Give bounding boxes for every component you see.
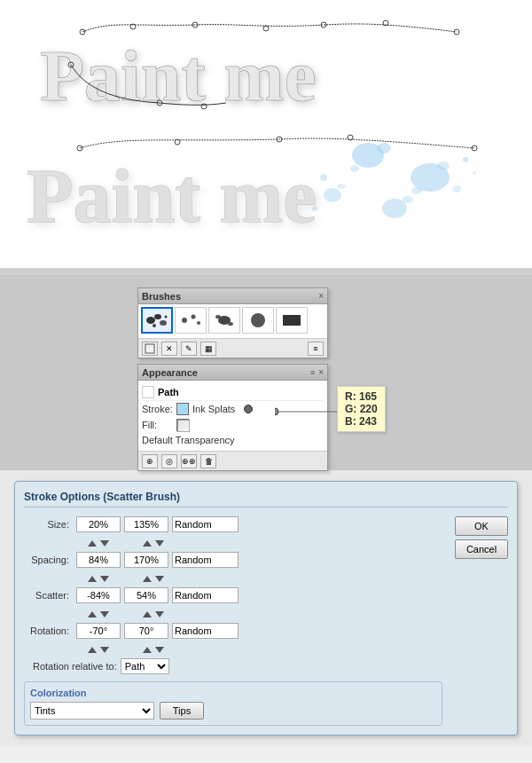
svg-point-39 bbox=[197, 321, 200, 325]
ok-button[interactable]: OK bbox=[455, 516, 508, 536]
rotation-relative-row: Rotation relative to: Path Page bbox=[24, 658, 442, 674]
brush-item-4[interactable] bbox=[242, 307, 274, 334]
size-min-down-arrow[interactable] bbox=[100, 540, 109, 547]
spacing-max-up-arrow[interactable] bbox=[143, 576, 152, 582]
stroke-options-section: Stroke Options (Scatter Brush) Size: Ran… bbox=[0, 470, 532, 746]
scatter-min-up-arrow[interactable] bbox=[88, 611, 97, 617]
spacing-method-select[interactable]: Random Fixed Pressure bbox=[172, 552, 239, 568]
svg-point-4 bbox=[263, 26, 269, 31]
rotation-max-down-arrow[interactable] bbox=[155, 647, 164, 653]
tints-select[interactable]: Tints Tints and Shades Hue Shift None bbox=[30, 702, 154, 720]
rotation-relative-select[interactable]: Path Page bbox=[121, 658, 169, 674]
page-icon bbox=[145, 343, 155, 354]
stroke-slider-handle[interactable] bbox=[244, 405, 253, 413]
colorization-section: Colorization Tints Tints and Shades Hue … bbox=[24, 681, 442, 726]
svg-point-49 bbox=[275, 408, 278, 415]
svg-rect-44 bbox=[283, 315, 301, 326]
ink-splats-svg: Paint me bbox=[22, 129, 519, 262]
size-max-up-arrow[interactable] bbox=[143, 540, 152, 547]
svg-point-12 bbox=[377, 143, 391, 153]
appearance-title: Appearance bbox=[142, 367, 198, 378]
colorization-row: Tints Tints and Shades Hue Shift None Ti… bbox=[30, 702, 436, 720]
brushes-content bbox=[138, 304, 327, 338]
brush-square-icon bbox=[278, 310, 305, 331]
dialog-left-col: Size: Random Fixed Pressure bbox=[24, 516, 442, 726]
appearance-clear-button[interactable]: ◎ bbox=[161, 454, 177, 468]
svg-point-16 bbox=[411, 187, 422, 194]
svg-point-21 bbox=[337, 184, 346, 189]
spacing-min-up-arrow[interactable] bbox=[88, 576, 97, 582]
ok-cancel-col: OK Cancel bbox=[455, 516, 508, 726]
spacing-max-down-arrow[interactable] bbox=[155, 576, 164, 582]
brushes-panel: Brushes × bbox=[137, 287, 328, 358]
brush-item-3[interactable] bbox=[208, 307, 240, 334]
brush-item-1[interactable] bbox=[141, 307, 173, 334]
spacing-min-down-arrow[interactable] bbox=[100, 576, 109, 582]
brush-item-2[interactable] bbox=[175, 307, 207, 334]
path-row: Path bbox=[142, 384, 324, 401]
scatter-arrows-row bbox=[24, 609, 442, 619]
stroke-color-swatch[interactable] bbox=[176, 403, 189, 415]
brush-item-5[interactable] bbox=[276, 307, 308, 334]
color-tooltip: R: 165 G: 220 B: 243 bbox=[337, 386, 386, 432]
rotation-arrows-row bbox=[24, 644, 442, 655]
appearance-close-icon[interactable]: × bbox=[318, 367, 324, 377]
brush-splat-icon bbox=[144, 310, 170, 331]
appearance-duplicate-button[interactable]: ⊕⊕ bbox=[181, 454, 197, 468]
fill-color-swatch[interactable] bbox=[176, 419, 189, 431]
rotation-method-select[interactable]: Random Fixed Pressure bbox=[172, 623, 239, 639]
brushes-close-icon[interactable]: × bbox=[318, 291, 324, 301]
size-min-input[interactable] bbox=[76, 516, 121, 532]
scatter-min-down-arrow[interactable] bbox=[100, 611, 109, 617]
brush-options-button[interactable]: ✎ bbox=[181, 342, 197, 356]
size-max-down-arrow[interactable] bbox=[155, 540, 164, 547]
svg-point-43 bbox=[251, 313, 265, 327]
svg-point-23 bbox=[473, 171, 476, 175]
size-max-input[interactable] bbox=[124, 516, 168, 532]
appearance-titlebar: Appearance ≡ × bbox=[138, 365, 327, 381]
transparency-row: Default Transparency bbox=[142, 433, 324, 447]
spacing-max-input[interactable] bbox=[124, 552, 168, 568]
rotation-min-up-arrow[interactable] bbox=[88, 647, 97, 653]
scatter-max-input[interactable] bbox=[124, 587, 168, 603]
svg-point-41 bbox=[215, 315, 221, 319]
delete-brush-button[interactable]: ✕ bbox=[161, 342, 177, 356]
brush-library-button[interactable]: ▦ bbox=[200, 342, 216, 356]
tips-button[interactable]: Tips bbox=[160, 702, 204, 720]
svg-point-17 bbox=[452, 185, 461, 193]
scatter-max-down-arrow[interactable] bbox=[155, 611, 164, 617]
appearance-add-button[interactable]: ⊕ bbox=[142, 454, 158, 468]
appearance-trash-button[interactable]: 🗑 bbox=[200, 454, 216, 468]
rotation-min-input[interactable] bbox=[76, 623, 121, 639]
brush-dots-icon bbox=[177, 310, 204, 331]
new-brush-button[interactable] bbox=[142, 342, 158, 356]
dialog-main: Size: Random Fixed Pressure bbox=[24, 516, 508, 726]
size-method-select[interactable]: Random Fixed Pressure bbox=[172, 516, 239, 532]
fill-label: Fill: bbox=[142, 420, 173, 430]
rotation-min-down-arrow[interactable] bbox=[100, 647, 109, 653]
scatter-min-input[interactable] bbox=[76, 587, 121, 603]
path-icon bbox=[142, 386, 154, 398]
rotation-relative-label: Rotation relative to: bbox=[33, 661, 117, 672]
svg-point-18 bbox=[382, 199, 407, 218]
brush-round-icon bbox=[245, 310, 271, 331]
spacing-arrows-row bbox=[24, 573, 442, 584]
size-min-up-arrow[interactable] bbox=[88, 540, 97, 547]
scatter-max-up-arrow[interactable] bbox=[143, 611, 152, 617]
spacing-min-input[interactable] bbox=[76, 552, 121, 568]
svg-point-20 bbox=[324, 188, 341, 202]
appearance-menu-icon[interactable]: ≡ bbox=[310, 368, 315, 377]
brushes-title: Brushes bbox=[142, 291, 181, 302]
svg-point-33 bbox=[154, 314, 161, 319]
canvas-bottom-border bbox=[0, 268, 532, 275]
rotation-max-up-arrow[interactable] bbox=[143, 647, 152, 653]
fill-gradient-icon bbox=[177, 420, 190, 432]
scatter-method-select[interactable]: Random Fixed Pressure bbox=[172, 587, 239, 603]
canvas-area: Paint me bbox=[0, 0, 532, 275]
brushes-titlebar: Brushes × bbox=[138, 288, 327, 304]
spacing-method-wrapper: Random Fixed Pressure bbox=[172, 552, 239, 568]
cancel-button[interactable]: Cancel bbox=[455, 539, 508, 559]
brush-menu-button[interactable]: ≡ bbox=[308, 342, 324, 356]
svg-point-34 bbox=[160, 320, 167, 326]
rotation-max-input[interactable] bbox=[124, 623, 168, 639]
